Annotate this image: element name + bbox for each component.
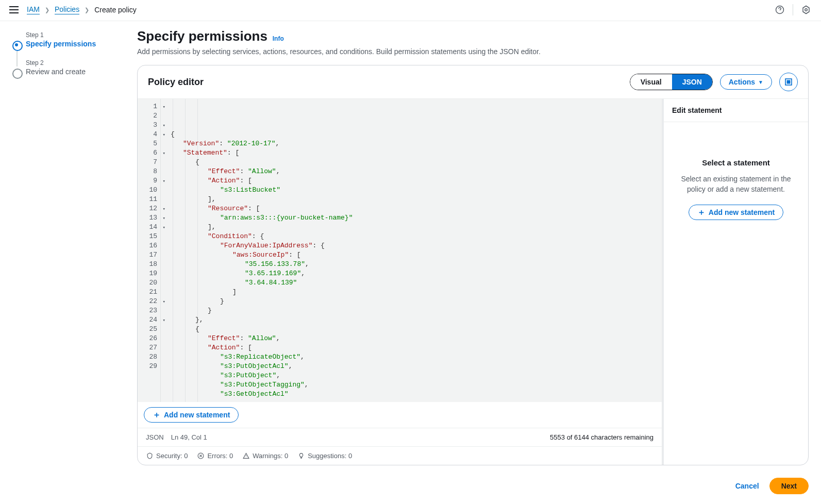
plus-icon: ＋ [153, 411, 161, 418]
plus-icon: ＋ [697, 209, 706, 216]
wizard-step-1-num: Step 1 [26, 31, 121, 39]
breadcrumb-policies[interactable]: Policies [55, 5, 79, 14]
svg-point-3 [805, 9, 808, 11]
fullscreen-button[interactable] [779, 73, 798, 91]
status-cursor: Ln 49, Col 1 [171, 433, 207, 441]
inspector-add-statement-button[interactable]: ＋ Add new statement [689, 205, 783, 220]
add-statement-button[interactable]: ＋ Add new statement [144, 407, 239, 423]
wizard-step-2[interactable]: Step 2 Review and create [12, 59, 121, 76]
inspector-header: Edit statement [664, 99, 808, 122]
wizard-step-2-title: Review and create [26, 68, 121, 76]
hamburger-icon[interactable] [9, 6, 19, 13]
breadcrumb-current: Create policy [94, 6, 137, 14]
error-icon [197, 452, 204, 460]
editor-mode-json[interactable]: JSON [672, 74, 712, 90]
chevron-right-icon: ❯ [85, 7, 89, 13]
wizard-step-1[interactable]: Step 1 Specify permissions [12, 31, 121, 48]
editor-mode-toggle: Visual JSON [630, 74, 713, 90]
svg-rect-5 [787, 80, 790, 83]
inspector-add-statement-label: Add new statement [709, 208, 775, 216]
settings-icon[interactable] [800, 4, 812, 15]
add-statement-label: Add new statement [164, 411, 230, 419]
help-icon[interactable] [774, 4, 785, 15]
lightbulb-icon [297, 452, 305, 460]
editor-mode-visual[interactable]: Visual [630, 74, 672, 90]
policy-editor-panel: Policy editor Visual JSON Actions ▼ [137, 65, 809, 465]
inspector-title: Select a statement [674, 158, 798, 167]
status-mode: JSON [146, 433, 164, 441]
warning-icon [242, 452, 249, 460]
page-description: Add permissions by selecting services, a… [137, 47, 809, 56]
msg-suggestions[interactable]: Suggestions: 0 [297, 452, 352, 460]
next-button[interactable]: Next [769, 478, 809, 494]
page-title: Specify permissions [137, 28, 267, 44]
actions-dropdown-label: Actions [729, 78, 755, 86]
inspector-desc: Select an existing statement in the poli… [674, 174, 798, 194]
svg-marker-2 [803, 6, 809, 14]
actions-dropdown[interactable]: Actions ▼ [720, 74, 772, 90]
topbar: IAM ❯ Policies ❯ Create policy [0, 0, 821, 21]
info-link[interactable]: Info [273, 35, 284, 42]
shield-icon [146, 452, 153, 460]
breadcrumb: IAM ❯ Policies ❯ Create policy [27, 5, 137, 14]
msg-errors[interactable]: Errors: 0 [197, 452, 233, 460]
chevron-right-icon: ❯ [45, 7, 49, 13]
editor-statusbar: JSON Ln 49, Col 1 5553 of 6144 character… [138, 428, 662, 446]
wizard-step-2-num: Step 2 [26, 59, 121, 66]
wizard-step-1-title: Specify permissions [26, 40, 121, 48]
editor-messagebar: Security: 0 Errors: 0 Warn [138, 446, 662, 465]
divider [793, 4, 793, 15]
statement-inspector: Edit statement Select a statement Select… [664, 99, 808, 465]
status-char-remaining: 5553 of 6144 characters remaining [550, 433, 654, 441]
wizard-steps: Step 1 Specify permissions Step 2 Review… [12, 28, 121, 494]
breadcrumb-iam[interactable]: IAM [27, 5, 40, 14]
chevron-down-icon: ▼ [758, 79, 763, 85]
cancel-button[interactable]: Cancel [732, 478, 762, 494]
msg-security[interactable]: Security: 0 [146, 452, 188, 460]
msg-warnings[interactable]: Warnings: 0 [242, 452, 288, 460]
panel-title: Policy editor [148, 77, 204, 88]
json-editor[interactable]: 1▾23▾4▾56▾789▾101112▾13▾14▾1516171819202… [138, 99, 662, 402]
